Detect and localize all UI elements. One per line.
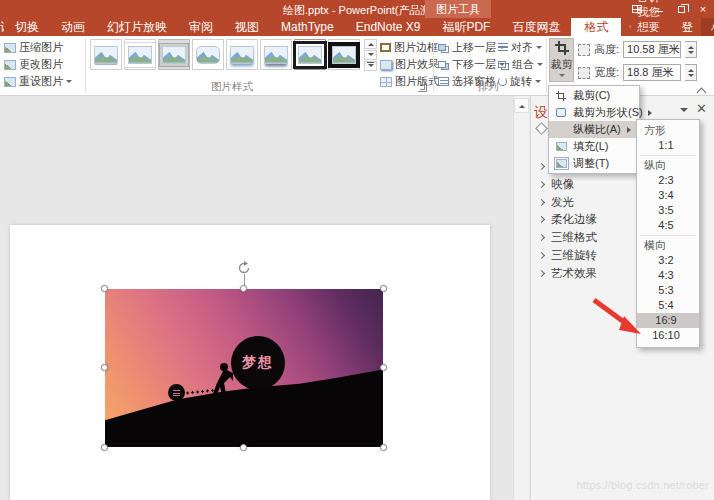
down-arrow-icon <box>368 53 374 59</box>
send-backward-button[interactable]: 下移一层 <box>438 57 505 72</box>
close-button[interactable]: × <box>692 0 714 18</box>
selection-handle-w[interactable] <box>101 364 108 371</box>
reset-picture-button[interactable]: 重设图片 <box>4 74 72 89</box>
gallery-more-button[interactable] <box>364 61 377 71</box>
pane-section-hidden[interactable] <box>539 158 544 174</box>
selected-picture[interactable]: 梦想 <box>105 289 383 447</box>
restore-button[interactable] <box>670 0 692 18</box>
pane-title-partial: 设 <box>534 104 548 122</box>
ratio-item-16-9-selected[interactable]: 16:9 <box>637 313 699 328</box>
picture-style-thumb[interactable] <box>328 39 360 70</box>
height-input[interactable]: 10.58 厘米 <box>623 41 681 58</box>
picture-style-thumb[interactable] <box>124 39 156 70</box>
tab-animations[interactable]: 动画 <box>50 18 96 36</box>
scroll-up-button[interactable] <box>514 98 529 113</box>
picture-style-thumb[interactable] <box>158 39 190 70</box>
picture-border-button[interactable]: 图片边框 <box>380 40 447 55</box>
pane-section-soft-edges[interactable]: 柔化边缘 <box>539 211 597 227</box>
selection-handle-se[interactable] <box>380 444 387 451</box>
share-button[interactable]: 共享 <box>701 18 714 36</box>
pane-section-3d-rotation[interactable]: 三维旋转 <box>539 247 597 263</box>
picture-style-thumb[interactable] <box>260 39 292 70</box>
bring-forward-label: 上移一层 <box>452 40 496 55</box>
crop-icon <box>555 41 569 55</box>
pane-section-artistic-effects[interactable]: 艺术效果 <box>539 265 597 281</box>
selection-handle-s[interactable] <box>240 444 247 451</box>
height-spinner[interactable] <box>685 41 697 58</box>
pane-section-3d-format[interactable]: 三维格式 <box>539 229 597 245</box>
slide[interactable]: 梦想 <box>10 225 490 500</box>
tab-baidu-netdisk[interactable]: 百度网盘 <box>501 18 571 36</box>
width-spinner[interactable] <box>685 64 697 81</box>
ratio-item-2-3[interactable]: 2:3 <box>637 173 699 188</box>
bring-forward-button[interactable]: 上移一层 <box>438 40 505 55</box>
tab-format-active[interactable]: 格式 <box>571 18 621 36</box>
picture-border-label: 图片边框 <box>394 40 438 55</box>
menu-item-label: 裁剪(C) <box>573 88 610 103</box>
tab-view[interactable]: 视图 <box>224 18 270 36</box>
picture-style-preview-icon <box>162 46 186 64</box>
selection-handle-nw[interactable] <box>101 285 108 292</box>
reset-picture-icon <box>4 77 16 87</box>
ratio-item-5-3[interactable]: 5:3 <box>637 283 699 298</box>
pane-options-icon[interactable] <box>680 108 688 116</box>
context-tab-header[interactable]: 图片工具 <box>425 0 491 18</box>
gallery-scroll-down-button[interactable] <box>364 50 377 60</box>
picture-effects-icon <box>380 60 392 70</box>
picture-style-thumb[interactable] <box>226 39 258 70</box>
ratio-item-5-4[interactable]: 5:4 <box>637 298 699 313</box>
send-backward-label: 下移一层 <box>452 57 496 72</box>
chevron-right-icon <box>538 215 545 222</box>
height-field-row: 高度: 10.58 厘米 <box>578 41 697 58</box>
menu-item-crop[interactable]: 裁剪(C) <box>549 87 639 104</box>
menu-item-aspect-ratio[interactable]: 纵横比(A) <box>549 121 639 138</box>
csdn-watermark-text: https://blog.csdn.net/rober <box>576 479 709 491</box>
ratio-item-1-1[interactable]: 1:1 <box>637 138 699 153</box>
tab-review[interactable]: 审阅 <box>178 18 224 36</box>
selection-handle-n[interactable] <box>240 285 247 292</box>
ratio-item-16-10[interactable]: 16:10 <box>637 328 699 343</box>
pane-close-button[interactable]: ✕ <box>696 102 707 115</box>
menu-item-fill[interactable]: 填充(L) <box>549 138 639 155</box>
ribbon-tab-bar: 计 切换 动画 幻灯片放映 审阅 视图 MathType EndNote X9 … <box>0 18 714 36</box>
chevron-right-icon <box>538 233 545 240</box>
gallery-scroll-up-button[interactable] <box>364 39 377 49</box>
menu-item-fit[interactable]: 调整(T) <box>549 155 639 172</box>
title-bar: 绘图.pptx - PowerPoint(产品激活失败) 图片工具 × <box>0 0 714 18</box>
picture-style-thumb[interactable] <box>294 39 326 70</box>
group-button[interactable]: 组合 <box>498 57 543 72</box>
pane-section-reflection[interactable]: 映像 <box>539 176 574 192</box>
picture-style-thumb[interactable] <box>192 39 224 70</box>
selection-handle-ne[interactable] <box>380 285 387 292</box>
menu-item-label: 调整(T) <box>573 156 609 171</box>
selection-handle-sw[interactable] <box>101 444 108 451</box>
pane-section-glow[interactable]: 发光 <box>539 194 574 210</box>
vertical-scrollbar[interactable] <box>513 96 529 500</box>
sign-in-button[interactable]: 登录 <box>674 18 702 36</box>
effects-icon <box>535 122 548 135</box>
width-input[interactable]: 18.8 厘米 <box>623 64 681 81</box>
picture-style-thumb[interactable] <box>90 39 122 70</box>
tab-foxit-pdf[interactable]: 福昕PDF <box>431 18 501 36</box>
tab-transitions[interactable]: 切换 <box>4 18 50 36</box>
tab-endnote[interactable]: EndNote X9 <box>345 18 432 36</box>
collapse-ribbon-icon[interactable] <box>698 86 706 91</box>
ratio-item-4-3[interactable]: 4:3 <box>637 268 699 283</box>
tell-me-box[interactable]: 告诉我您想要做什么... <box>621 18 673 36</box>
rotation-handle[interactable] <box>237 261 251 275</box>
tab-mathtype[interactable]: MathType <box>270 18 345 36</box>
compress-picture-button[interactable]: 压缩图片 <box>4 40 63 55</box>
change-picture-button[interactable]: 更改图片 <box>4 57 63 72</box>
crop-button[interactable]: 裁剪 <box>549 38 574 82</box>
ratio-item-3-5[interactable]: 3:5 <box>637 203 699 218</box>
align-button[interactable]: 对齐 <box>498 40 542 55</box>
ratio-item-3-4[interactable]: 3:4 <box>637 188 699 203</box>
tab-slideshow[interactable]: 幻灯片放映 <box>96 18 178 36</box>
ratio-header-square: 方形 <box>637 123 699 138</box>
menu-item-crop-to-shape[interactable]: 裁剪为形状(S) <box>549 104 639 121</box>
ratio-item-4-5[interactable]: 4:5 <box>637 218 699 233</box>
dropdown-arrow-icon <box>66 80 72 86</box>
ratio-item-3-2[interactable]: 3:2 <box>637 253 699 268</box>
up-arrow-icon <box>368 40 374 46</box>
selection-handle-e[interactable] <box>380 364 387 371</box>
